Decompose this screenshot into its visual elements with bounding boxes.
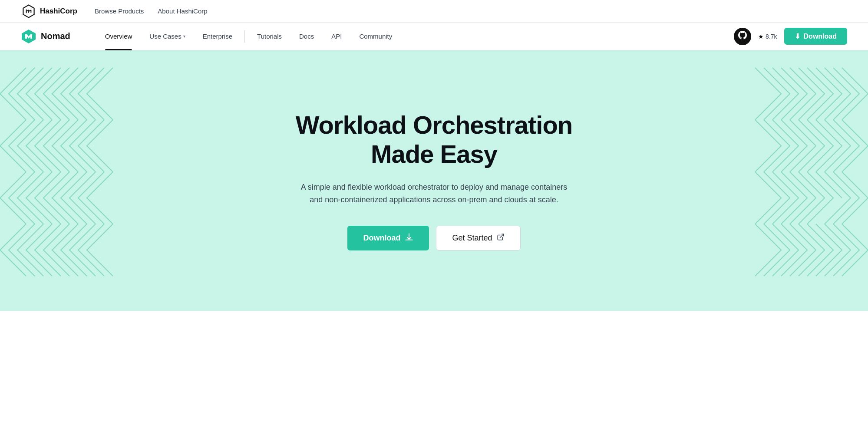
star-icon: ★ bbox=[758, 33, 764, 40]
svg-line-2 bbox=[500, 234, 503, 237]
nav-download-button[interactable]: ⬇ Download bbox=[784, 28, 847, 45]
hashicorp-logo-icon bbox=[21, 3, 36, 19]
nav-docs[interactable]: Docs bbox=[290, 23, 323, 50]
product-nav: Overview Use Cases ▾ Enterprise Tutorial… bbox=[96, 23, 734, 50]
hero-download-button[interactable]: Download bbox=[347, 226, 429, 250]
nav-download-label: Download bbox=[804, 33, 837, 40]
nomad-logo-icon bbox=[21, 29, 36, 44]
right-chevron-svg bbox=[746, 59, 868, 302]
product-bar: Nomad Overview Use Cases ▾ Enterprise Tu… bbox=[0, 23, 868, 50]
nav-api[interactable]: API bbox=[323, 23, 350, 50]
hero-section: Workload Orchestration Made Easy A simpl… bbox=[0, 50, 868, 311]
hero-title: Workload Orchestration Made Easy bbox=[282, 111, 586, 168]
hero-download-label: Download bbox=[363, 234, 400, 243]
left-chevron-svg bbox=[0, 59, 122, 302]
hero-left-pattern bbox=[0, 50, 122, 311]
nav-about-hashicorp[interactable]: About HashiCorp bbox=[158, 7, 207, 15]
hero-get-started-label: Get Started bbox=[452, 234, 492, 243]
hero-subtitle: A simple and flexible workload orchestra… bbox=[300, 181, 569, 207]
nav-tutorials[interactable]: Tutorials bbox=[248, 23, 290, 50]
hashicorp-logo[interactable]: HashiCorp bbox=[21, 3, 77, 19]
top-nav: Browse Products About HashiCorp bbox=[95, 7, 208, 15]
nav-use-cases[interactable]: Use Cases ▾ bbox=[141, 23, 194, 50]
nav-enterprise[interactable]: Enterprise bbox=[194, 23, 241, 50]
nav-community[interactable]: Community bbox=[350, 23, 401, 50]
hero-content: Workload Orchestration Made Easy A simpl… bbox=[282, 111, 586, 250]
nav-browse-products[interactable]: Browse Products bbox=[95, 7, 144, 15]
hashicorp-wordmark: HashiCorp bbox=[40, 7, 77, 16]
nomad-logo[interactable]: Nomad bbox=[21, 29, 70, 44]
github-icon bbox=[738, 31, 747, 42]
use-cases-chevron-icon: ▾ bbox=[183, 34, 185, 39]
top-bar: HashiCorp Browse Products About HashiCor… bbox=[0, 0, 868, 23]
github-stars-badge: ★ 8.7k bbox=[758, 33, 777, 40]
download-icon: ⬇ bbox=[795, 32, 800, 40]
external-link-icon bbox=[497, 233, 505, 243]
hero-buttons: Download Get Started bbox=[282, 226, 586, 250]
nav-right: ★ 8.7k ⬇ Download bbox=[734, 28, 847, 45]
hero-right-pattern bbox=[746, 50, 868, 311]
hero-get-started-button[interactable]: Get Started bbox=[436, 226, 520, 250]
github-stars-count: 8.7k bbox=[766, 33, 777, 40]
nav-divider bbox=[244, 30, 245, 43]
github-button[interactable] bbox=[734, 28, 751, 45]
hero-download-icon bbox=[405, 233, 413, 244]
nav-overview[interactable]: Overview bbox=[96, 23, 141, 50]
nomad-product-name: Nomad bbox=[41, 31, 70, 41]
